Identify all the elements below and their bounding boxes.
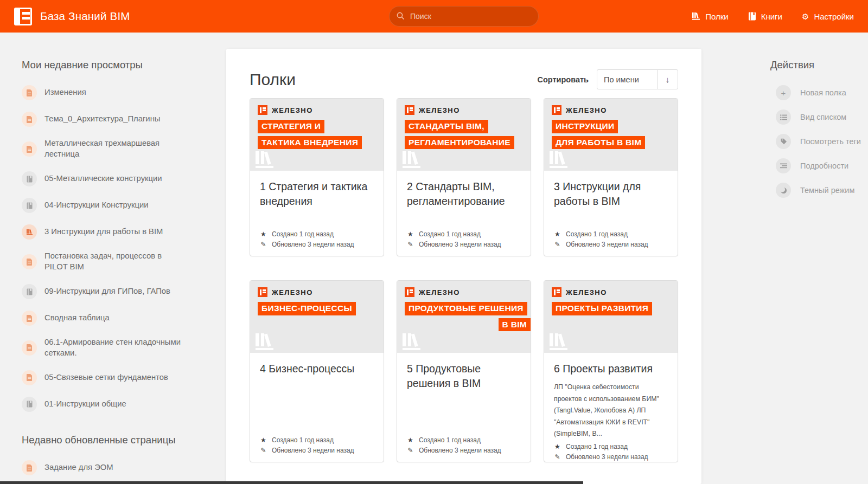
list-item-label: Сводная таблица — [44, 313, 110, 324]
app-title[interactable]: База Знаний BIM — [40, 10, 130, 23]
shelf-card[interactable]: ЖЕЛЕЗНО СТАНДАРТЫ BIM, РЕГЛАМЕНТИРОВАНИЕ… — [397, 98, 531, 256]
shelf-meta: ★Создано 1 год назад ✎Обновлено 3 недели… — [260, 228, 374, 248]
list-item-label: Задание для ЭОМ — [44, 462, 113, 473]
cover-banner: ПРОДУКТОВЫЕ РЕШЕНИЯ В BIM — [405, 302, 531, 331]
app-header: База Знаний BIM Полки Книги — [0, 0, 868, 33]
list-item[interactable]: 09-Инструкции для ГИПов, ГАПов — [22, 284, 210, 299]
shelf-meta: ★Создано 1 год назад ✎Обновлено 3 недели… — [554, 228, 668, 248]
sort-select[interactable]: По имени — [597, 70, 657, 89]
recent-pages-heading: Недавно обновленные страницы — [22, 434, 210, 446]
list-item[interactable]: 04-Инструкции Конструкции — [22, 198, 210, 213]
sort-direction-button[interactable]: ↓ — [657, 70, 678, 89]
brand-name: ЖЕЛЕЗНО — [419, 106, 460, 114]
list-view-button[interactable]: Вид списком — [776, 109, 868, 125]
shelf-description: ЛП "Оценка себестоимости проектов с испо… — [554, 382, 668, 440]
list-item[interactable]: Металлическая трехмаршевая лестница — [22, 138, 210, 160]
list-item[interactable]: 3 Инструкции для работы в BIM — [22, 224, 210, 240]
recent-views-heading: Мои недавние просмотры — [22, 59, 210, 71]
star-icon: ★ — [407, 436, 414, 444]
list-item[interactable]: Постановка задач, процессов в PILOT BIM — [22, 251, 210, 273]
page-title: Полки — [250, 70, 296, 89]
pencil-icon: ✎ — [260, 241, 267, 248]
list-item-label: Тема_0_Архитектура_Плагины — [44, 114, 160, 125]
pencil-icon: ✎ — [554, 453, 561, 461]
shelf-card[interactable]: ЖЕЛЕЗНО БИЗНЕС-ПРОЦЕССЫ 4 Бизнес-процесс… — [250, 280, 384, 462]
star-icon: ★ — [260, 436, 267, 444]
shelf-card[interactable]: ЖЕЛЕЗНО ИНСТРУКЦИИ ДЛЯ РАБОТЫ В BIM 3 Ин… — [544, 98, 678, 256]
bookshelf-icon — [256, 151, 277, 170]
list-item[interactable]: 01-Инструкции общие — [22, 397, 210, 412]
shelf-card[interactable]: ЖЕЛЕЗНО ПРОЕКТЫ РАЗВИТИЯ 6 Проекты разви… — [544, 280, 678, 462]
pencil-icon: ✎ — [407, 447, 414, 454]
zhelezno-logo-icon — [552, 105, 561, 115]
nav-books-label: Книги — [761, 12, 782, 21]
bookshelf-icon — [403, 151, 424, 170]
list-item-label: Металлическая трехмаршевая лестница — [44, 138, 187, 160]
shelf-card[interactable]: ЖЕЛЕЗНО СТРАТЕГИЯ И ТАКТИКА ВНЕДРЕНИЯ 1 … — [250, 98, 384, 256]
view-tags-button[interactable]: Посмотреть теги — [776, 134, 868, 149]
new-shelf-button[interactable]: + Новая полка — [776, 85, 868, 100]
actions-sidebar: Действия + Новая полка Вид списком Посмо… — [701, 33, 868, 484]
header-nav: Полки Книги ⚙ Настройки — [692, 12, 854, 21]
gear-icon: ⚙ — [802, 12, 809, 21]
details-icon — [776, 158, 791, 173]
list-item[interactable]: Сводная таблица — [22, 311, 210, 326]
page-icon — [22, 85, 37, 100]
pencil-icon: ✎ — [260, 447, 267, 454]
list-item-label: 01-Инструкции общие — [44, 399, 126, 410]
book-icon — [748, 12, 756, 21]
shelf-meta: ★Создано 1 год назад ✎Обновлено 3 недели… — [554, 440, 668, 461]
list-item[interactable]: 06.1-Армирование стен кладочными сетками… — [22, 337, 210, 359]
brand-name: ЖЕЛЕЗНО — [566, 288, 607, 296]
star-icon: ★ — [554, 230, 561, 238]
book-icon — [22, 397, 37, 412]
list-item-label: 04-Инструкции Конструкции — [44, 200, 149, 211]
tag-icon — [776, 134, 791, 149]
brand-name: ЖЕЛЕЗНО — [419, 288, 460, 296]
zhelezno-logo-icon — [258, 105, 267, 115]
cover-banner: ПРОЕКТЫ РАЗВИТИЯ — [552, 302, 678, 315]
moon-icon — [776, 183, 791, 198]
list-item[interactable]: Задание для ЭОМ — [22, 460, 210, 475]
zhelezno-logo-icon — [405, 105, 414, 115]
shelf-title: 6 Проекты развития — [554, 362, 668, 376]
bookshelf-icon — [403, 333, 424, 352]
shelf-meta: ★Создано 1 год назад ✎Обновлено 3 недели… — [260, 434, 374, 454]
bookshelf-icon — [550, 333, 571, 352]
nav-settings-label: Настройки — [814, 12, 854, 21]
shelf-title: 5 Продуктовые решения в BIM — [407, 362, 521, 391]
nav-settings[interactable]: ⚙ Настройки — [802, 12, 854, 21]
zhelezno-logo-icon — [552, 287, 561, 297]
left-sidebar: Мои недавние просмотры Изменения Тема_0_… — [0, 33, 226, 484]
list-item[interactable]: 05-Металлические конструкции — [22, 171, 210, 186]
list-icon — [776, 109, 791, 125]
details-button[interactable]: Подробности — [776, 158, 868, 173]
dark-mode-button[interactable]: Темный режим — [776, 183, 868, 198]
arrow-down-icon: ↓ — [666, 75, 670, 84]
bookshelf-icon — [22, 224, 37, 240]
search-input[interactable] — [389, 6, 539, 27]
shelf-title: 3 Инструкции для работы в BIM — [554, 179, 668, 209]
shelf-title: 1 Стратегия и тактика внедрения — [260, 179, 374, 209]
sort-controls: Сортировать По имени ↓ — [537, 69, 678, 89]
zhelezno-logo-icon — [405, 287, 414, 297]
nav-books[interactable]: Книги — [748, 12, 782, 21]
list-item[interactable]: 05-Связевые сетки фундаментов — [22, 370, 210, 385]
pencil-icon: ✎ — [554, 241, 561, 248]
cover-banner: СТРАТЕГИЯ И ТАКТИКА ВНЕДРЕНИЯ — [258, 120, 384, 149]
brand-name: ЖЕЛЕЗНО — [272, 106, 313, 114]
shelf-cover-image: ЖЕЛЕЗНО СТАНДАРТЫ BIM, РЕГЛАМЕНТИРОВАНИЕ — [397, 99, 531, 171]
page-icon — [22, 112, 37, 127]
shelf-cover-image: ЖЕЛЕЗНО ПРОЕКТЫ РАЗВИТИЯ — [544, 281, 678, 353]
shelf-title: 4 Бизнес-процессы — [260, 362, 374, 376]
list-item[interactable]: Тема_0_Архитектура_Плагины — [22, 112, 210, 127]
nav-shelves[interactable]: Полки — [692, 12, 729, 21]
shelf-card[interactable]: ЖЕЛЕЗНО ПРОДУКТОВЫЕ РЕШЕНИЯ В BIM 5 Прод… — [397, 280, 531, 462]
zhelezno-logo-icon — [258, 287, 267, 297]
star-icon: ★ — [407, 230, 414, 238]
search-bar — [389, 6, 539, 27]
list-item[interactable]: Изменения — [22, 85, 210, 100]
app-logo[interactable] — [14, 8, 32, 25]
shelf-meta: ★Создано 1 год назад ✎Обновлено 3 недели… — [407, 228, 521, 248]
list-item-label: 05-Металлические конструкции — [44, 173, 162, 184]
